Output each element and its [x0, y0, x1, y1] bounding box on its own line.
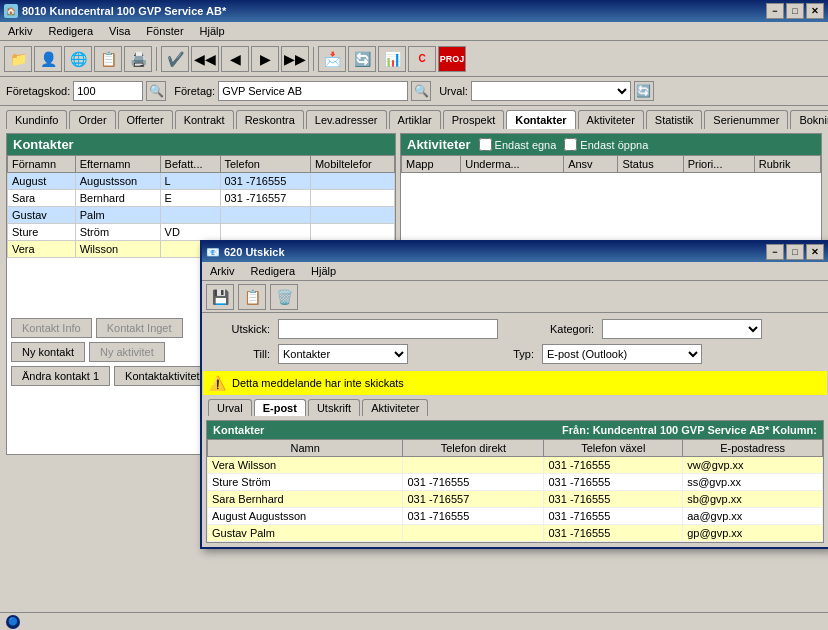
checkbox-oppna[interactable]: [564, 138, 577, 151]
dialog-copy-button[interactable]: 📋: [238, 284, 266, 310]
dialog-maximize-button[interactable]: □: [786, 244, 804, 260]
contacts-panel-header: Kontakter: [7, 134, 395, 155]
tb-print-button[interactable]: 🖨️: [124, 46, 152, 72]
tab-bokningar[interactable]: Bokningar: [790, 110, 828, 129]
dialog-form: Utskick: Kategori: Till: Kontakter Typ: …: [202, 313, 828, 370]
tb-chart-button[interactable]: 📊: [378, 46, 406, 72]
dialog-save-button[interactable]: 💾: [206, 284, 234, 310]
tb-back1-button[interactable]: ◀◀: [191, 46, 219, 72]
dialog-minimize-button[interactable]: −: [766, 244, 784, 260]
dialog-delete-button[interactable]: 🗑️: [270, 284, 298, 310]
andra-kontakt-button[interactable]: Ändra kontakt 1: [11, 366, 110, 386]
close-button[interactable]: ✕: [806, 3, 824, 19]
col-fornamn[interactable]: Förnamn: [8, 156, 76, 173]
tab-kundinfo[interactable]: Kundinfo: [6, 110, 67, 129]
dialog-tab-epost[interactable]: E-post: [254, 399, 306, 416]
company-input[interactable]: [218, 81, 408, 101]
col-underma[interactable]: Underma...: [461, 156, 564, 173]
table-row[interactable]: Sara Bernhard E 031 -716557: [8, 190, 395, 207]
main-tabs: Kundinfo Order Offerter Kontrakt Reskont…: [0, 106, 828, 129]
cell-befatt: L: [160, 173, 220, 190]
table-row[interactable]: Gustav Palm: [8, 207, 395, 224]
typ-select[interactable]: E-post (Outlook): [542, 344, 702, 364]
kontakt-info-button[interactable]: Kontakt Info: [11, 318, 92, 338]
tab-artiklar[interactable]: Artiklar: [389, 110, 441, 129]
checkbox-egna-label[interactable]: Endast egna: [479, 138, 557, 151]
tab-aktiviteter[interactable]: Aktiviteter: [578, 110, 644, 129]
dialog-col-tel-vaxel[interactable]: Telefon växel: [544, 440, 683, 457]
tab-prospekt[interactable]: Prospekt: [443, 110, 504, 129]
till-select[interactable]: Kontakter: [278, 344, 408, 364]
table-row[interactable]: Sara Bernhard 031 -716557 031 -716555 sb…: [208, 491, 823, 508]
table-row[interactable]: Sture Ström VD: [8, 224, 395, 241]
dialog-close-button[interactable]: ✕: [806, 244, 824, 260]
kategori-select[interactable]: [602, 319, 762, 339]
tb-open-button[interactable]: 📁: [4, 46, 32, 72]
dialog-col-email[interactable]: E-postadress: [683, 440, 823, 457]
col-priori[interactable]: Priori...: [683, 156, 754, 173]
col-efternamn[interactable]: Efternamn: [75, 156, 160, 173]
company-search-button[interactable]: 🔍: [411, 81, 431, 101]
tab-kontrakt[interactable]: Kontrakt: [175, 110, 234, 129]
main-window: 🏠 8010 Kundcentral 100 GVP Service AB* −…: [0, 0, 828, 630]
menu-fonster[interactable]: Fönster: [142, 24, 187, 38]
tab-lev-adresser[interactable]: Lev.adresser: [306, 110, 387, 129]
tb-mail-button[interactable]: 📩: [318, 46, 346, 72]
dialog-tab-aktiviteter[interactable]: Aktiviteter: [362, 399, 428, 416]
toolbar: 📁 👤 🌐 📋 🖨️ ✔️ ◀◀ ◀ ▶ ▶▶ 📩 🔄 📊 C PROJ: [0, 41, 828, 77]
kontaktaktivitet-button[interactable]: Kontaktaktivitet: [114, 366, 211, 386]
dialog-col-tel-direkt[interactable]: Telefon direkt: [403, 440, 544, 457]
tab-reskontra[interactable]: Reskontra: [236, 110, 304, 129]
ny-aktivitet-button[interactable]: Ny aktivitet: [89, 342, 165, 362]
tab-statistik[interactable]: Statistik: [646, 110, 703, 129]
menu-hjalp[interactable]: Hjälp: [196, 24, 229, 38]
col-befatt[interactable]: Befatt...: [160, 156, 220, 173]
kontakt-inget-button[interactable]: Kontakt Inget: [96, 318, 183, 338]
tab-order[interactable]: Order: [69, 110, 115, 129]
checkbox-egna[interactable]: [479, 138, 492, 151]
tab-serienummer[interactable]: Serienummer: [704, 110, 788, 129]
table-row[interactable]: Vera Wilsson 031 -716555 vw@gvp.xx: [208, 457, 823, 474]
menu-redigera[interactable]: Redigera: [44, 24, 97, 38]
urval-select[interactable]: [471, 81, 631, 101]
minimize-button[interactable]: −: [766, 3, 784, 19]
dialog-menu-hjalp[interactable]: Hjälp: [307, 264, 340, 278]
tab-kontakter[interactable]: Kontakter: [506, 110, 575, 129]
dialog-col-namn[interactable]: Namn: [208, 440, 403, 457]
tb-globe-button[interactable]: 🌐: [64, 46, 92, 72]
col-mobil[interactable]: Mobiltelefor: [310, 156, 394, 173]
company-code-input[interactable]: [73, 81, 143, 101]
col-status[interactable]: Status: [618, 156, 683, 173]
tb-check-button[interactable]: ✔️: [161, 46, 189, 72]
tb-c-button[interactable]: C: [408, 46, 436, 72]
col-mapp[interactable]: Mapp: [402, 156, 461, 173]
urval-refresh-button[interactable]: 🔄: [634, 81, 654, 101]
table-row[interactable]: Gustav Palm 031 -716555 gp@gvp.xx: [208, 525, 823, 542]
tb-back2-button[interactable]: ◀: [221, 46, 249, 72]
dialog-tab-urval[interactable]: Urval: [208, 399, 252, 416]
tb-add-user-button[interactable]: 👤: [34, 46, 62, 72]
menu-arkiv[interactable]: Arkiv: [4, 24, 36, 38]
tb-copy-button[interactable]: 📋: [94, 46, 122, 72]
dialog-menu-arkiv[interactable]: Arkiv: [206, 264, 238, 278]
dialog-tab-utskrift[interactable]: Utskrift: [308, 399, 360, 416]
menu-visa[interactable]: Visa: [105, 24, 134, 38]
ny-kontakt-button[interactable]: Ny kontakt: [11, 342, 85, 362]
col-ansv[interactable]: Ansv: [564, 156, 618, 173]
table-row[interactable]: August Augustsson 031 -716555 031 -71655…: [208, 508, 823, 525]
table-row[interactable]: Sture Ström 031 -716555 031 -716555 ss@g…: [208, 474, 823, 491]
cell-tel-vaxel: 031 -716555: [544, 525, 683, 542]
tb-proj-button[interactable]: PROJ: [438, 46, 466, 72]
dialog-menu-redigera[interactable]: Redigera: [246, 264, 299, 278]
utskick-input[interactable]: [278, 319, 498, 339]
maximize-button[interactable]: □: [786, 3, 804, 19]
table-row[interactable]: August Augustsson L 031 -716555: [8, 173, 395, 190]
col-rubrik[interactable]: Rubrik: [754, 156, 820, 173]
checkbox-oppna-label[interactable]: Endast öppna: [564, 138, 648, 151]
tb-forward1-button[interactable]: ▶: [251, 46, 279, 72]
tb-forward2-button[interactable]: ▶▶: [281, 46, 309, 72]
company-code-search-button[interactable]: 🔍: [146, 81, 166, 101]
tb-refresh-button[interactable]: 🔄: [348, 46, 376, 72]
col-telefon[interactable]: Telefon: [220, 156, 310, 173]
tab-offerter[interactable]: Offerter: [118, 110, 173, 129]
